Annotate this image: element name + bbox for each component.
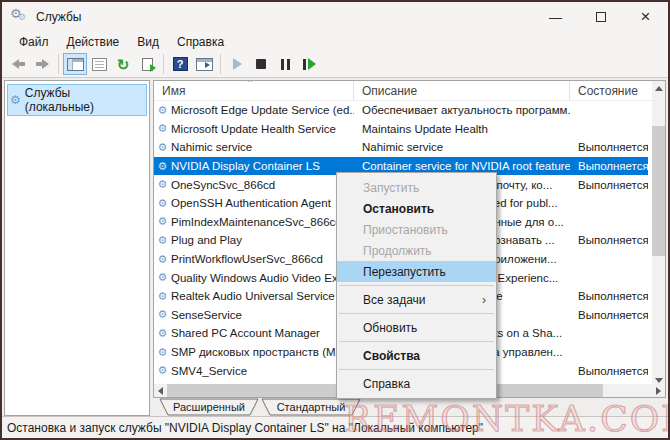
service-name: Microsoft Update Health Service bbox=[171, 123, 354, 135]
service-gear-icon: ⚙ bbox=[154, 253, 171, 266]
console-tree-pane: ⚙ Службы (локальные) bbox=[4, 80, 150, 416]
context-menu: ЗапуститьОстановитьПриостановитьПродолжи… bbox=[336, 172, 497, 399]
context-menu-item[interactable]: Все задачи› bbox=[337, 289, 496, 310]
service-gear-icon: ⚙ bbox=[154, 160, 171, 173]
context-menu-item[interactable]: Свойства bbox=[337, 345, 496, 366]
service-name: SenseService bbox=[171, 309, 354, 321]
properties-icon[interactable] bbox=[87, 53, 111, 75]
status-text: Остановка и запуск службы "NVIDIA Displa… bbox=[7, 421, 483, 435]
table-row[interactable]: ⚙Microsoft Edge Update Service (ed...Обе… bbox=[154, 101, 648, 120]
service-name: Plug and Play bbox=[171, 234, 354, 246]
service-gear-icon: ⚙ bbox=[154, 364, 171, 377]
context-menu-item-label: Запустить bbox=[363, 181, 419, 195]
view-tabs: Расширенный Стандартный bbox=[153, 398, 666, 416]
main-area: ⚙ Службы (локальные) ^ Имя Описание Сост… bbox=[2, 78, 668, 416]
service-gear-icon: ⚙ bbox=[154, 197, 171, 210]
service-state: Выполняется bbox=[570, 365, 648, 377]
vertical-scroll-thumb[interactable] bbox=[652, 126, 665, 256]
service-name: Quality Windows Audio Video Expe bbox=[171, 272, 354, 284]
service-gear-icon: ⚙ bbox=[154, 178, 171, 191]
context-menu-item[interactable]: Справка bbox=[337, 373, 496, 394]
submenu-arrow-icon: › bbox=[482, 293, 486, 307]
service-state: Выполняется bbox=[570, 160, 648, 172]
column-headers: ^ Имя Описание Состояние bbox=[154, 81, 665, 101]
menu-bar: ФайлДействиеВидСправка bbox=[2, 32, 668, 51]
menu-item-2[interactable]: Вид bbox=[128, 35, 168, 49]
context-menu-item: Продолжить bbox=[337, 240, 496, 261]
forward-icon[interactable] bbox=[30, 53, 54, 75]
menu-item-0[interactable]: Файл bbox=[10, 35, 58, 49]
service-gear-icon: ⚙ bbox=[154, 234, 171, 247]
menu-separator bbox=[339, 285, 494, 286]
back-icon[interactable] bbox=[6, 53, 30, 75]
services-gear-icon: ⚙ bbox=[10, 93, 21, 107]
show-extended-view-icon[interactable] bbox=[192, 53, 216, 75]
close-button[interactable]: × bbox=[623, 2, 668, 32]
service-name: NVIDIA Display Container LS bbox=[171, 160, 354, 172]
export-list-icon[interactable] bbox=[135, 53, 159, 75]
window-title: Службы bbox=[36, 10, 81, 24]
start-service-icon bbox=[225, 53, 249, 75]
menu-item-3[interactable]: Справка bbox=[168, 35, 233, 49]
service-name: Microsoft Edge Update Service (ed... bbox=[171, 104, 354, 116]
tree-item-label: Службы (локальные) bbox=[25, 86, 142, 114]
refresh-icon[interactable]: ↻ bbox=[111, 53, 135, 75]
stop-service-icon[interactable] bbox=[249, 53, 273, 75]
table-row[interactable]: ⚙Nahimic serviceNahimic serviceВыполняет… bbox=[154, 138, 648, 157]
scroll-right-icon[interactable] bbox=[652, 384, 665, 397]
service-gear-icon: ⚙ bbox=[154, 271, 171, 284]
tab-extended-label[interactable]: Расширенный bbox=[173, 401, 245, 413]
vertical-scrollbar[interactable] bbox=[652, 81, 665, 387]
context-menu-item[interactable]: Перезапустить bbox=[337, 261, 496, 282]
column-header-state[interactable]: Состояние bbox=[570, 81, 648, 100]
context-menu-item[interactable]: Обновить bbox=[337, 317, 496, 338]
context-menu-item-label: Обновить bbox=[363, 321, 417, 335]
restart-service-icon[interactable] bbox=[297, 53, 321, 75]
service-name: Nahimic service bbox=[171, 141, 354, 153]
service-name: Shared PC Account Manager bbox=[171, 327, 354, 339]
service-state: Выполняется bbox=[570, 179, 648, 191]
scroll-up-icon[interactable] bbox=[652, 81, 665, 95]
title-bar: ⚙ ⚙ Службы — × bbox=[2, 2, 668, 32]
service-state: Выполняется bbox=[570, 309, 648, 321]
service-gear-icon: ⚙ bbox=[154, 104, 171, 117]
tab-standard-label[interactable]: Стандартный bbox=[277, 401, 346, 413]
service-description: Maintains Update Health bbox=[354, 123, 570, 135]
menu-item-1[interactable]: Действие bbox=[58, 35, 129, 49]
service-gear-icon: ⚙ bbox=[154, 346, 171, 359]
context-menu-item[interactable]: Остановить bbox=[337, 198, 496, 219]
show-console-tree-icon[interactable] bbox=[63, 53, 87, 75]
menu-separator bbox=[339, 313, 494, 314]
context-menu-item-label: Справка bbox=[363, 377, 410, 391]
toolbar: ↻ ? bbox=[2, 51, 668, 78]
maximize-button[interactable] bbox=[578, 2, 623, 32]
service-gear-icon: ⚙ bbox=[154, 122, 171, 135]
context-menu-item: Приостановить bbox=[337, 219, 496, 240]
service-name: OneSyncSvc_866cd bbox=[171, 179, 354, 191]
minimize-button[interactable]: — bbox=[533, 2, 578, 32]
context-menu-item-label: Продолжить bbox=[363, 244, 432, 258]
service-name: SMP дисковых пространств (Ма... bbox=[171, 346, 354, 358]
help-icon[interactable]: ? bbox=[168, 53, 192, 75]
scroll-left-icon[interactable] bbox=[154, 384, 167, 397]
context-menu-item: Запустить bbox=[337, 177, 496, 198]
service-description: Container service for NVIDIA root featur… bbox=[354, 160, 570, 172]
pause-service-icon[interactable] bbox=[273, 53, 297, 75]
toolbar-separator bbox=[58, 54, 59, 74]
context-menu-item-label: Все задачи bbox=[363, 293, 426, 307]
toolbar-separator bbox=[163, 54, 164, 74]
service-gear-icon: ⚙ bbox=[154, 308, 171, 321]
context-menu-item-label: Перезапустить bbox=[363, 265, 446, 279]
context-menu-item-label: Остановить bbox=[363, 202, 434, 216]
service-name: Realtek Audio Universal Service bbox=[171, 290, 354, 302]
service-gear-icon: ⚙ bbox=[154, 290, 171, 303]
service-name: PimIndexMaintenanceSvc_866cd bbox=[171, 216, 354, 228]
service-description: Nahimic service bbox=[354, 141, 570, 153]
column-header-name[interactable]: Имя bbox=[154, 81, 354, 100]
table-row[interactable]: ⚙Microsoft Update Health ServiceMaintain… bbox=[154, 120, 648, 139]
service-gear-icon: ⚙ bbox=[154, 327, 171, 340]
column-header-description[interactable]: Описание bbox=[354, 81, 570, 100]
menu-separator bbox=[339, 369, 494, 370]
tree-item-services-local[interactable]: ⚙ Службы (локальные) bbox=[7, 84, 147, 116]
service-gear-icon: ⚙ bbox=[154, 215, 171, 228]
